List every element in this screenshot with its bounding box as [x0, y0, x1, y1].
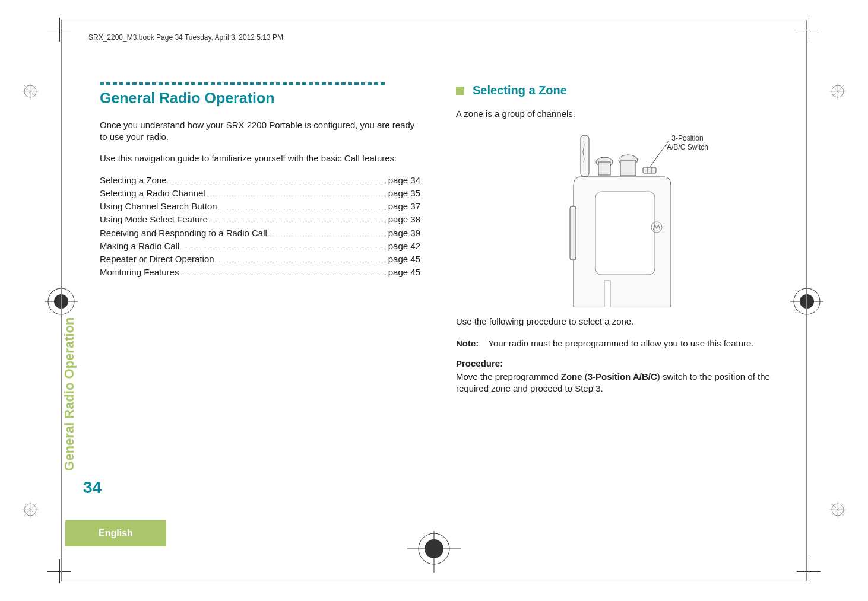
- svg-rect-37: [643, 167, 656, 173]
- toc-label: Monitoring Features: [100, 266, 179, 278]
- procedure-segment: Move the preprogrammed: [456, 371, 561, 381]
- svg-line-40: [650, 141, 669, 167]
- svg-rect-32: [581, 135, 589, 177]
- toc-label: Selecting a Radio Channel: [100, 187, 205, 199]
- svg-rect-34: [598, 162, 610, 175]
- toc-list: Selecting a Zone page 34 Selecting a Rad…: [100, 174, 420, 279]
- section-rule-icon: [100, 82, 420, 85]
- toc-page: page 38: [388, 214, 420, 225]
- toc-leader-dots-icon: [268, 230, 386, 236]
- toc-row: Selecting a Radio Channel page 35: [100, 187, 420, 199]
- toc-row: Making a Radio Call page 42: [100, 240, 420, 252]
- toc-page: page 45: [388, 253, 420, 265]
- toc-leader-dots-icon: [218, 203, 386, 209]
- toc-label: Making a Radio Call: [100, 240, 179, 252]
- toc-label: Repeater or Direct Operation: [100, 253, 214, 265]
- figure-callout-line: 3-Position: [667, 134, 708, 142]
- language-tab: English: [65, 520, 166, 546]
- note-block: Note: Your radio must be preprogrammed t…: [456, 338, 777, 349]
- toc-label: Using Mode Select Feature: [100, 214, 208, 225]
- toc-label: Using Channel Search Button: [100, 201, 217, 212]
- toc-leader-dots-icon: [168, 177, 386, 183]
- lead-paragraph: A zone is a group of channels.: [456, 108, 777, 120]
- procedure-label: Procedure:: [456, 358, 777, 370]
- page-number: 34: [83, 476, 102, 499]
- toc-page: page 35: [388, 187, 420, 199]
- toc-page: page 42: [388, 240, 420, 252]
- toc-row: Monitoring Features page 45: [100, 266, 420, 278]
- section-title: General Radio Operation: [100, 88, 420, 109]
- radio-figure: 3-Position A/B/C Switch: [456, 129, 777, 307]
- toc-leader-dots-icon: [180, 243, 386, 249]
- procedure-text: Move the preprogrammed Zone (3-Position …: [456, 371, 777, 395]
- toc-row: Using Channel Search Button page 37: [100, 201, 420, 212]
- procedure-segment: (: [582, 371, 588, 381]
- toc-row: Repeater or Direct Operation page 45: [100, 253, 420, 265]
- toc-label: Receiving and Responding to a Radio Call: [100, 227, 267, 239]
- toc-page: page 39: [388, 227, 420, 239]
- svg-rect-36: [620, 160, 636, 176]
- content-area: General Radio Operation Once you underst…: [100, 82, 777, 551]
- procedure-bold: 3-Position A/B/C: [588, 371, 657, 381]
- registration-dot-icon: [21, 82, 40, 101]
- toc-row: Receiving and Responding to a Radio Call…: [100, 227, 420, 239]
- svg-rect-44: [604, 281, 610, 307]
- toc-leader-dots-icon: [180, 269, 385, 275]
- toc-leader-dots-icon: [207, 190, 386, 196]
- registration-dot-icon: [828, 500, 847, 519]
- toc-page: page 34: [388, 174, 420, 186]
- registration-dot-icon: [828, 82, 847, 101]
- left-column: General Radio Operation Once you underst…: [100, 82, 420, 551]
- toc-row: Selecting a Zone page 34: [100, 174, 420, 186]
- registration-dot-icon: [21, 500, 40, 519]
- figure-callout: 3-Position A/B/C Switch: [667, 134, 708, 151]
- note-label: Note:: [456, 338, 479, 349]
- right-column: Selecting a Zone A zone is a group of ch…: [456, 82, 777, 551]
- radio-device-icon: [539, 129, 693, 307]
- side-section-label: General Radio Operation: [61, 317, 78, 471]
- toc-label: Selecting a Zone: [100, 174, 167, 186]
- toc-page: page 37: [388, 201, 420, 212]
- toc-leader-dots-icon: [209, 217, 386, 222]
- note-text: Your radio must be preprogrammed to allo…: [488, 338, 753, 349]
- language-label: English: [99, 527, 133, 540]
- page-frame: SRX_2200_M3.book Page 34 Tuesday, April …: [61, 20, 807, 581]
- subheading-bullet-icon: [456, 87, 464, 95]
- running-head: SRX_2200_M3.book Page 34 Tuesday, April …: [88, 33, 283, 42]
- toc-page: page 45: [388, 266, 420, 278]
- svg-rect-42: [570, 206, 576, 260]
- toc-row: Using Mode Select Feature page 38: [100, 214, 420, 225]
- figure-callout-line: A/B/C Switch: [667, 143, 708, 151]
- subheading-row: Selecting a Zone: [456, 82, 777, 98]
- subheading: Selecting a Zone: [473, 82, 567, 98]
- procedure-bold: Zone: [561, 371, 582, 381]
- after-figure-paragraph: Use the following procedure to select a …: [456, 316, 777, 327]
- intro-paragraph-2: Use this navigation guide to familiarize…: [100, 152, 420, 164]
- svg-rect-41: [595, 192, 655, 275]
- toc-leader-dots-icon: [216, 256, 386, 262]
- intro-paragraph-1: Once you understand how your SRX 2200 Po…: [100, 119, 420, 144]
